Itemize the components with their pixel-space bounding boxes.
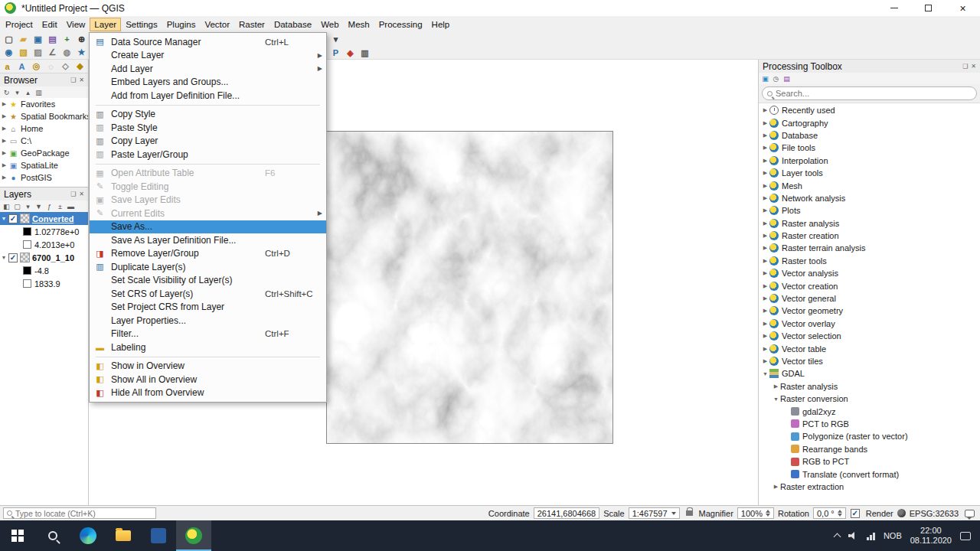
style-manager-icon[interactable]: ▤ — [46, 33, 59, 45]
toolbox-item-vector-table[interactable]: ▶Vector table — [759, 342, 980, 354]
select-features-icon[interactable]: ▧ — [17, 47, 30, 59]
messages-icon[interactable] — [965, 510, 975, 517]
toolbox-item-recently-used[interactable]: ▶Recently used — [759, 104, 980, 116]
remove-layer-btn-icon[interactable]: ▬ — [66, 203, 76, 210]
python-console-icon[interactable]: P — [329, 47, 342, 59]
browser-item-home[interactable]: ▶⌂Home — [0, 122, 88, 135]
expander-collapsed-icon[interactable]: ▶ — [772, 484, 780, 490]
browser-item-c[interactable]: ▶▭C:\ — [0, 135, 88, 147]
menu-item-set-scale-visibility-of-layer-s[interactable]: Set Scale Visibility of Layer(s) — [90, 274, 326, 288]
magnifier-spinner[interactable] — [766, 510, 770, 517]
label-pin-icon[interactable]: ◎ — [30, 60, 43, 73]
toolbox-models-icon[interactable]: ◷ — [771, 75, 781, 83]
toolbox-item-network-analysis[interactable]: ▶Network analysis — [759, 192, 980, 204]
toolbox-float-button[interactable]: ❑ — [962, 64, 968, 70]
expander-collapsed-icon[interactable]: ▶ — [761, 245, 769, 251]
expander-collapsed-icon[interactable]: ▶ — [0, 174, 8, 181]
toolbox-item-database[interactable]: ▶Database — [759, 129, 980, 142]
expander-collapsed-icon[interactable]: ▶ — [761, 145, 769, 151]
layer-item-6700-1-10[interactable]: ▼6700_1_10 — [0, 251, 88, 264]
menu-item-hide-all-from-overview[interactable]: ◧Hide All from Overview — [90, 386, 326, 400]
scale-combo[interactable]: 1:467597 — [629, 507, 680, 519]
menu-edit[interactable]: Edit — [38, 18, 61, 31]
menu-item-embed-layers-and-groups[interactable]: Embed Layers and Groups... — [90, 76, 326, 90]
toolbox-item-raster-tools[interactable]: ▶Raster tools — [759, 255, 980, 267]
expander-collapsed-icon[interactable]: ▶ — [761, 346, 769, 352]
expander-collapsed-icon[interactable]: ▶ — [761, 321, 769, 327]
menu-raster[interactable]: Raster — [235, 18, 269, 31]
expander-collapsed-icon[interactable]: ▶ — [761, 308, 769, 314]
taskbar-file-explorer-button[interactable] — [106, 520, 141, 551]
map-tips-icon[interactable]: ◍ — [60, 47, 74, 59]
measure-icon[interactable]: ∠ — [46, 47, 59, 59]
menu-view[interactable]: View — [63, 18, 90, 31]
label-highlight-icon[interactable]: ◌ — [44, 60, 57, 73]
menu-item-set-crs-of-layer-s[interactable]: Set CRS of Layer(s)Ctrl+Shift+C — [90, 287, 326, 301]
render-checkbox[interactable] — [851, 509, 860, 518]
identify-features-icon[interactable]: ◉ — [2, 47, 15, 59]
expander-collapsed-icon[interactable]: ▶ — [761, 258, 769, 264]
menu-item-set-project-crs-from-layer[interactable]: Set Project CRS from Layer — [90, 301, 326, 315]
volume-icon[interactable] — [848, 532, 858, 540]
maximize-button[interactable] — [911, 0, 946, 17]
toolbox-item-raster-conversion[interactable]: ▼Raster conversion — [759, 393, 980, 405]
menu-project[interactable]: Project — [2, 18, 37, 31]
menu-item-paste-layer-group[interactable]: ▥Paste Layer/Group — [90, 148, 326, 161]
menu-layer[interactable]: Layer — [90, 18, 120, 31]
expander-expanded-icon[interactable]: ▼ — [761, 371, 769, 377]
menu-item-filter[interactable]: Filter...Ctrl+F — [90, 328, 326, 341]
toolbar-overflow-icon[interactable]: ▾ — [329, 33, 342, 45]
toolbox-item-vector-creation[interactable]: ▶Vector creation — [759, 279, 980, 292]
menu-item-add-from-layer-definition-file[interactable]: Add from Layer Definition File... — [90, 89, 326, 103]
expander-expanded-icon[interactable]: ▼ — [0, 255, 8, 260]
crs-label[interactable]: EPSG:32633 — [910, 509, 959, 518]
expander-collapsed-icon[interactable]: ▶ — [772, 383, 780, 390]
toolbox-item-layer-tools[interactable]: ▶Layer tools — [759, 167, 980, 179]
open-project-icon[interactable]: ▰ — [17, 33, 30, 45]
toolbox-item-pct-to-rgb[interactable]: PCT to RGB — [759, 418, 980, 430]
processing-toolbox-toggle-icon[interactable]: ◈ — [344, 47, 357, 59]
expander-collapsed-icon[interactable]: ▶ — [0, 113, 8, 119]
filter-legend-icon[interactable]: ▼ — [34, 203, 44, 210]
close-button[interactable] — [946, 0, 980, 17]
menu-item-remove-layer-group[interactable]: ◨Remove Layer/GroupCtrl+D — [90, 247, 326, 261]
taskbar-search-button[interactable] — [35, 520, 70, 551]
lock-scale-icon[interactable] — [686, 510, 693, 516]
menu-database[interactable]: Database — [270, 18, 315, 31]
toolbox-item-gdal[interactable]: ▼GDAL — [759, 367, 980, 380]
magnifier-spinbox[interactable]: 100% — [737, 507, 774, 519]
layers-float-button[interactable]: ❑ — [70, 191, 76, 197]
browser-item-geopackage[interactable]: ▶▣GeoPackage — [0, 147, 88, 159]
expander-collapsed-icon[interactable]: ▶ — [0, 101, 8, 107]
toolbox-item-raster-analysis[interactable]: ▶Raster analysis — [759, 217, 980, 230]
expander-collapsed-icon[interactable]: ▶ — [0, 138, 8, 144]
toolbox-item-cartography[interactable]: ▶Cartography — [759, 116, 980, 129]
scale-dropdown-icon[interactable] — [671, 512, 676, 515]
network-icon[interactable] — [867, 532, 875, 540]
menu-settings[interactable]: Settings — [122, 18, 162, 31]
taskbar-app-button[interactable] — [141, 520, 176, 551]
toolbox-item-raster-extraction[interactable]: ▶Raster extraction — [759, 481, 980, 493]
toolbox-item-translate-convert-format[interactable]: Translate (convert format) — [759, 468, 980, 480]
taskbar-start-button[interactable] — [0, 520, 35, 551]
expander-collapsed-icon[interactable]: ▶ — [0, 126, 8, 132]
collapse-all-icon[interactable]: ▾ — [12, 89, 22, 96]
toolbox-item-raster-creation[interactable]: ▶Raster creation — [759, 230, 980, 242]
filter-browser-icon[interactable]: ▴ — [23, 89, 33, 96]
toolbox-item-gdal2xyz[interactable]: gdal2xyz — [759, 405, 980, 417]
layer-item-1-02778e-0[interactable]: 1.02778e+0 — [0, 225, 88, 238]
toolbox-item-rearrange-bands[interactable]: Rearrange bands — [759, 443, 980, 455]
menu-item-save-as-layer-definition-file[interactable]: Save As Layer Definition File... — [90, 233, 326, 247]
expander-collapsed-icon[interactable]: ▶ — [761, 270, 769, 276]
coordinate-box[interactable]: 26141,6804668 — [534, 507, 599, 519]
expander-collapsed-icon[interactable]: ▶ — [761, 220, 769, 227]
menu-item-copy-layer[interactable]: ▥Copy Layer — [90, 135, 326, 148]
menu-item-current-edits[interactable]: ✎Current Edits▶ — [90, 207, 326, 220]
expander-expanded-icon[interactable]: ▼ — [772, 396, 780, 402]
toolbox-item-vector-general[interactable]: ▶Vector general — [759, 292, 980, 305]
locate-input[interactable] — [15, 509, 152, 518]
expander-collapsed-icon[interactable]: ▶ — [761, 107, 769, 113]
menu-item-copy-style[interactable]: ▥Copy Style — [90, 108, 326, 122]
toolbox-item-raster-terrain-analysis[interactable]: ▶Raster terrain analysis — [759, 242, 980, 254]
expander-collapsed-icon[interactable]: ▶ — [0, 150, 8, 156]
